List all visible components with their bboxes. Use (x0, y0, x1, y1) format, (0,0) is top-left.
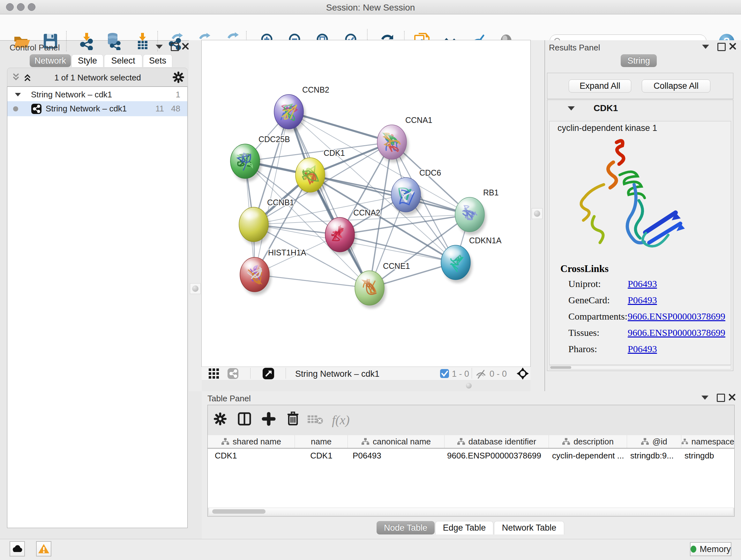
column-header-database-identifier[interactable]: database identifier (445, 435, 549, 448)
results-hscrollbar-thumb[interactable] (550, 366, 571, 369)
node-section-expander-icon[interactable] (568, 106, 575, 111)
crosslink-value[interactable]: 9606.ENSP00000378699 (628, 311, 725, 322)
network-node-CDC25B[interactable]: CDC25B (230, 135, 290, 182)
warning-status-button[interactable] (36, 541, 51, 557)
network-row[interactable]: String Network – cdk1 11 48 (7, 101, 187, 116)
table-cell[interactable]: stringdb:9... (627, 449, 681, 462)
tab-node-table[interactable]: Node Table (377, 521, 434, 535)
control-panel-close-icon[interactable] (182, 43, 189, 50)
network-list (7, 86, 188, 528)
crosslink-value[interactable]: P06493 (628, 278, 657, 289)
table-panel-float-icon[interactable] (717, 394, 725, 402)
crosslink-row: Compartments: 9606.ENSP00000378699 (568, 311, 728, 322)
column-header-shared-name[interactable]: shared name (208, 435, 295, 448)
detach-view-icon[interactable] (262, 368, 274, 380)
bottom-splitter-handle[interactable] (466, 383, 472, 388)
tab-select[interactable]: Select (104, 54, 142, 67)
network-status-dot (13, 106, 18, 111)
right-splitter[interactable] (530, 40, 544, 391)
window-title: Session: New Session (0, 3, 741, 13)
network-node-CCNB2[interactable]: CCNB2 (274, 85, 329, 132)
results-hscrollbar[interactable] (549, 366, 731, 369)
bottom-splitter[interactable] (202, 380, 530, 391)
table-cell[interactable]: CDK1 (208, 449, 295, 462)
tab-network[interactable]: Network (30, 54, 71, 67)
node-detail-box: cyclin-dependent kinase 1 (549, 121, 731, 365)
tab-edge-table[interactable]: Edge Table (435, 521, 493, 535)
column-header-name[interactable]: name (295, 435, 348, 448)
main-toolbar: ? (0, 14, 741, 41)
table-cell[interactable]: P06493 (348, 449, 445, 462)
network-node-RB1[interactable]: RB1 (455, 188, 499, 235)
collapse-all-button[interactable]: Collapse All (642, 79, 711, 92)
hidden-eye-slash-icon (475, 368, 486, 379)
title-bar: Session: New Session (0, 0, 741, 14)
selected-checkbox-icon[interactable] (440, 369, 449, 378)
network-graph[interactable]: CCNB2CCNA1CDC25BCDK1CDC6RB1CCNB1CCNA2CDK… (202, 40, 530, 367)
birdseye-crosshair-icon[interactable] (516, 367, 529, 380)
network-node-HIST1H1A[interactable]: HIST1H1A (240, 248, 307, 295)
network-node-CDC6[interactable]: CDC6 (391, 168, 441, 215)
table-cell[interactable]: CDK1 (295, 449, 348, 462)
column-header-id[interactable]: @id (627, 435, 681, 448)
right-splitter-handle[interactable] (532, 208, 542, 219)
warning-icon (38, 543, 50, 554)
column-header-canonical-name[interactable]: canonical name (348, 435, 445, 448)
table-panel-menu-icon[interactable] (701, 395, 709, 400)
left-splitter-handle[interactable] (190, 283, 201, 294)
table-panel-title: Table Panel (207, 394, 251, 403)
network-canvas[interactable]: CCNB2CCNA1CDC25BCDK1CDC6RB1CCNB1CCNA2CDK… (202, 40, 530, 367)
tab-network-table[interactable]: Network Table (494, 521, 564, 535)
network-node-CDKN1A[interactable]: CDKN1A (441, 236, 502, 283)
crosslink-row: Uniprot: P06493 (568, 278, 728, 289)
network-share-view-icon[interactable] (227, 368, 239, 379)
delete-column-icon[interactable] (286, 411, 300, 426)
crosslink-value[interactable]: 9606.ENSP00000378699 (628, 327, 725, 338)
expand-all-button[interactable]: Expand All (569, 79, 631, 92)
node-description: cyclin-dependent kinase 1 (557, 123, 657, 133)
tab-style[interactable]: Style (71, 54, 104, 67)
left-splitter[interactable] (189, 40, 202, 391)
network-column-icon (361, 438, 369, 445)
memory-status-button[interactable]: Memory (690, 542, 731, 556)
collection-expander-icon[interactable] (15, 92, 21, 96)
show-columns-icon[interactable] (238, 412, 252, 426)
add-column-icon[interactable] (262, 412, 276, 426)
string-actions-box: Expand All Collapse All (547, 73, 733, 99)
table-cell[interactable]: cyclin-dependent ... (549, 449, 627, 462)
table-cell[interactable]: 9606.ENSP00000378699 (445, 449, 549, 462)
node-section-title: CDK1 (594, 103, 618, 113)
network-node-CCNA2[interactable]: CCNA2 (325, 208, 381, 255)
results-panel-menu-icon[interactable] (702, 45, 709, 49)
table-cell[interactable]: stringdb (681, 449, 734, 462)
network-options-gear-icon[interactable] (173, 71, 184, 83)
crosslink-row: Pharos: P06493 (568, 344, 728, 354)
crosslink-value[interactable]: P06493 (628, 344, 657, 354)
network-edge-count: 48 (171, 104, 180, 114)
control-panel-title: Control Panel (10, 43, 60, 53)
table-hscrollbar[interactable] (209, 508, 733, 515)
table-options-gear-icon[interactable] (214, 413, 226, 425)
control-panel-menu-icon[interactable] (156, 45, 163, 49)
results-panel-close-icon[interactable] (729, 43, 737, 50)
results-panel-float-icon[interactable] (718, 43, 726, 51)
control-panel: Control Panel Network Style Select Sets … (0, 40, 189, 539)
grid-view-icon[interactable] (208, 368, 219, 379)
memory-status-label: Memory (699, 544, 731, 554)
crosslink-label: Tissues: (568, 327, 628, 338)
network-node-CCNB1[interactable]: CCNB1 (239, 198, 294, 245)
tab-string[interactable]: String (621, 54, 657, 67)
table-panel-close-icon[interactable] (728, 393, 736, 401)
network-node-CCNE1[interactable]: CCNE1 (355, 261, 410, 308)
network-collection-row[interactable]: String Network – cdk1 1 (7, 88, 187, 101)
column-header-namespace[interactable]: namespace (681, 435, 734, 448)
string-network-icon (31, 104, 42, 114)
network-column-icon (457, 438, 465, 445)
cloud-status-button[interactable] (10, 541, 25, 557)
table-hscrollbar-thumb[interactable] (212, 509, 266, 514)
control-panel-float-icon[interactable] (171, 43, 179, 51)
crosslink-value[interactable]: P06493 (628, 295, 657, 306)
network-node-CCNA1[interactable]: CCNA1 (377, 116, 432, 163)
column-header-description[interactable]: description (549, 435, 627, 448)
tab-sets[interactable]: Sets (143, 54, 172, 67)
